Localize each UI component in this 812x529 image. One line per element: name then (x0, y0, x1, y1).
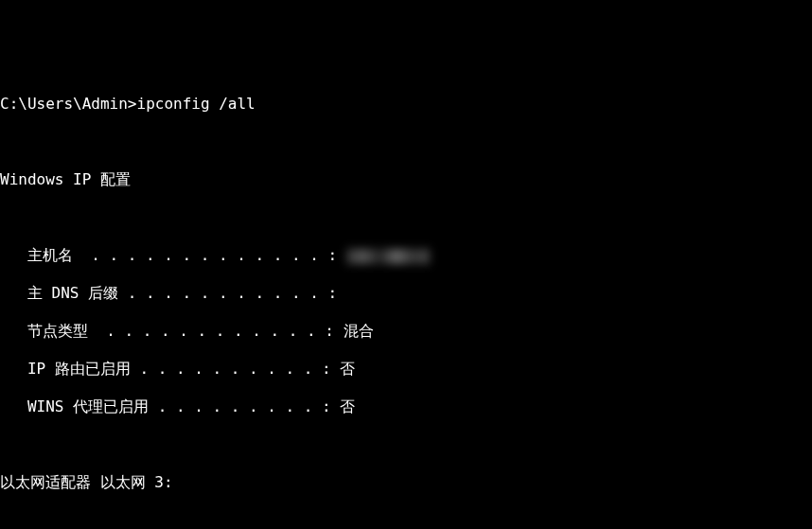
hostname-label: 主机名 . . . . . . . . . . . . . : (0, 246, 346, 264)
ip-routing-line: IP 路由已启用 . . . . . . . . . . : 否 (0, 360, 812, 379)
blank-line (0, 208, 812, 227)
ipconfig-header: Windows IP 配置 (0, 170, 812, 189)
wins-proxy-line: WINS 代理已启用 . . . . . . . . . : 否 (0, 397, 812, 416)
node-type-line: 节点类型 . . . . . . . . . . . . : 混合 (0, 322, 812, 341)
blank-line (0, 511, 812, 529)
hostname-value-redacted (346, 249, 430, 264)
hostname-line: 主机名 . . . . . . . . . . . . . : (0, 246, 812, 265)
adapter3-title: 以太网适配器 以太网 3: (0, 473, 812, 492)
blank-line (0, 132, 812, 151)
dns-suffix-line: 主 DNS 后缀 . . . . . . . . . . . : (0, 284, 812, 303)
prompt-line: C:\Users\Admin>ipconfig /all (0, 95, 812, 114)
terminal-output[interactable]: C:\Users\Admin>ipconfig /all Windows IP … (0, 76, 812, 529)
blank-line (0, 435, 812, 454)
